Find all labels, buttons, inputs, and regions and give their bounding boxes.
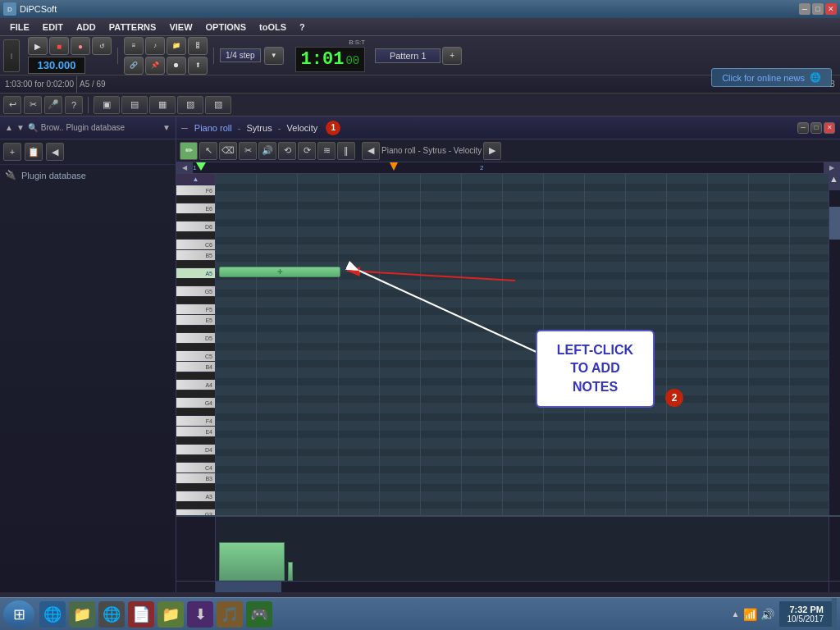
close-button[interactable]: ✕ xyxy=(825,3,837,15)
sidebar-add-button[interactable]: + xyxy=(3,143,21,161)
vertical-scrollbar[interactable]: ▲ ▼ xyxy=(829,174,840,515)
piano-roll-close[interactable]: ✕ xyxy=(824,122,835,134)
scroll-left-btn[interactable]: ◀ xyxy=(176,162,193,174)
tool5[interactable]: ▨ xyxy=(205,96,231,114)
key-c6[interactable]: C6 xyxy=(176,240,215,250)
key-g5[interactable]: G5 xyxy=(176,286,215,297)
key-c5[interactable]: C5 xyxy=(176,351,215,362)
key-d4[interactable]: D4 xyxy=(176,445,215,455)
pattern-display[interactable]: Pattern 1 xyxy=(375,48,441,63)
velocity-bar[interactable] xyxy=(219,542,285,581)
step-display[interactable]: 1/4 step xyxy=(220,48,261,62)
key-g3[interactable]: G3 xyxy=(176,509,215,515)
key-e5[interactable]: E5 xyxy=(176,315,215,326)
plugin-picker-button[interactable]: 🎛 xyxy=(188,37,208,55)
key-b4[interactable]: B4 xyxy=(176,362,215,372)
pr-tool5[interactable]: 🔊 xyxy=(258,142,276,160)
taskbar-icon-pdf[interactable]: 📄 xyxy=(128,601,154,628)
loop-button[interactable]: ↺ xyxy=(92,37,112,55)
key-as4[interactable] xyxy=(176,372,215,380)
sidebar-copy-button[interactable]: 📋 xyxy=(25,143,43,161)
search-icon[interactable]: 🔍 xyxy=(28,123,38,132)
link-button[interactable]: 🔗 xyxy=(124,57,144,75)
tool2[interactable]: ▤ xyxy=(121,96,148,114)
plugin-database-item[interactable]: 🔌 Plugin database xyxy=(0,165,176,185)
key-f6[interactable]: F6 xyxy=(176,185,215,196)
record2-button[interactable]: ⏺ xyxy=(167,57,186,75)
pr-tool8[interactable]: ≋ xyxy=(317,142,336,160)
key-d6[interactable]: D6 xyxy=(176,221,215,232)
stop-button[interactable]: ■ xyxy=(49,37,69,55)
minimize-button[interactable]: ─ xyxy=(799,3,810,15)
key-c4[interactable]: C4 xyxy=(176,463,215,473)
key-cs4[interactable] xyxy=(176,455,215,463)
taskbar-icon-folder[interactable]: 📁 xyxy=(158,601,184,628)
pr-left[interactable]: ◀ xyxy=(362,142,380,160)
snap-button[interactable]: 📌 xyxy=(145,57,165,75)
pr-tool4[interactable]: ✂ xyxy=(239,142,257,160)
menu-edit[interactable]: EDIT xyxy=(36,21,70,34)
key-cs5[interactable] xyxy=(176,344,215,351)
key-as3[interactable] xyxy=(176,484,215,491)
record-button[interactable]: ● xyxy=(71,37,90,55)
minimize-piano-icon[interactable]: ─ xyxy=(181,123,188,133)
online-news-button[interactable]: Click for online news 🌐 xyxy=(711,68,832,87)
browser-button[interactable]: 📁 xyxy=(167,37,186,55)
key-d5[interactable]: D5 xyxy=(176,333,215,344)
piano-roll-min[interactable]: ─ xyxy=(797,122,809,134)
velocity-grid[interactable] xyxy=(216,517,829,581)
maximize-button[interactable]: □ xyxy=(812,3,824,15)
tool4[interactable]: ▧ xyxy=(177,96,203,114)
pr-pencil-tool[interactable]: ✏ xyxy=(180,142,198,160)
piano-roll-max[interactable]: □ xyxy=(810,122,822,134)
h-scroll-track[interactable] xyxy=(216,582,829,592)
menu-file[interactable]: FILE xyxy=(3,21,36,34)
scroll-up-button[interactable]: ▲ xyxy=(829,174,840,190)
key-f4[interactable]: F4 xyxy=(176,416,215,427)
step-down-button[interactable]: ▼ xyxy=(264,47,284,65)
key-b3[interactable]: B3 xyxy=(176,473,215,484)
key-ds5[interactable] xyxy=(176,326,215,333)
show-desktop-button[interactable] xyxy=(832,598,837,631)
nav-up-icon[interactable]: ▲ xyxy=(5,123,13,132)
pr-eraser-tool[interactable]: ⌫ xyxy=(219,142,237,160)
key-b5[interactable]: B5 xyxy=(176,250,215,261)
undo-button[interactable]: ↩ xyxy=(3,96,21,114)
menu-options[interactable]: OPTIONS xyxy=(199,21,253,34)
velocity-bar-2[interactable] xyxy=(288,562,293,581)
key-gs3[interactable] xyxy=(176,502,215,509)
menu-patterns[interactable]: PATTERNS xyxy=(103,21,163,34)
key-e6[interactable] xyxy=(176,196,215,203)
piano-roll-button[interactable]: ♪ xyxy=(145,37,165,55)
key-a3[interactable]: A3 xyxy=(176,491,215,502)
key-cs6[interactable] xyxy=(176,232,215,240)
taskbar-icon-ie[interactable]: 🌐 xyxy=(39,601,66,628)
key-a5[interactable]: A5 xyxy=(176,268,215,279)
velocity-scrollbar[interactable] xyxy=(829,517,840,581)
start-button[interactable]: ⊞ xyxy=(3,600,34,628)
menu-tools[interactable]: toOLS xyxy=(253,21,293,34)
taskbar-icon-game[interactable]: 🎮 xyxy=(246,601,272,628)
key-e4[interactable]: E4 xyxy=(176,427,215,437)
scroll-thumb[interactable] xyxy=(829,207,840,240)
key-e6-w[interactable]: E6 xyxy=(176,203,215,214)
menu-help[interactable]: ? xyxy=(293,21,312,34)
h-scroll-thumb[interactable] xyxy=(216,582,281,592)
bpm-display[interactable]: 130.000 xyxy=(28,57,85,74)
taskbar-icon-chrome[interactable]: 🌐 xyxy=(98,601,125,628)
play-button[interactable]: ▶ xyxy=(28,37,48,55)
menu-view[interactable]: VIEW xyxy=(162,21,199,34)
key-fs4[interactable] xyxy=(176,409,215,416)
volume-icon[interactable]: 🔊 xyxy=(760,608,774,621)
export-button[interactable]: ⬆ xyxy=(188,57,208,75)
key-gs4[interactable] xyxy=(176,390,215,398)
tool3[interactable]: ▦ xyxy=(149,96,176,114)
mic-button[interactable]: 🎤 xyxy=(44,96,62,114)
master-volume-knob[interactable]: | xyxy=(3,39,20,72)
note-a5[interactable]: ✛ xyxy=(219,267,340,277)
key-a4[interactable]: A4 xyxy=(176,380,215,390)
taskbar-icon-explorer[interactable]: 📁 xyxy=(69,601,95,628)
key-ds6[interactable] xyxy=(176,214,215,221)
key-gs5[interactable] xyxy=(176,279,215,286)
pr-right[interactable]: ▶ xyxy=(483,142,501,160)
